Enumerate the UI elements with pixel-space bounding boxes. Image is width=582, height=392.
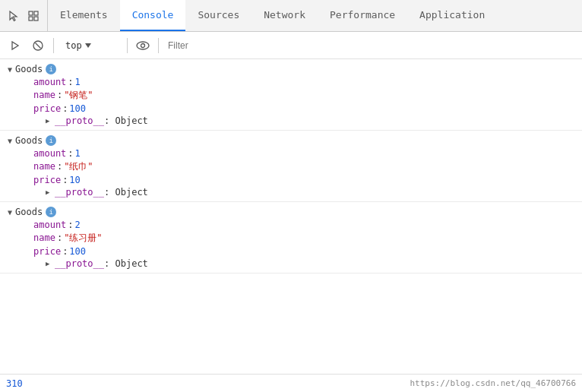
eye-button[interactable] <box>134 36 152 55</box>
tab-network[interactable]: Network <box>251 0 318 31</box>
goods-object-3: Goods i amount : 2 name : "练习册" price : … <box>0 202 582 273</box>
svg-line-6 <box>36 43 41 48</box>
tab-console[interactable]: Console <box>120 0 186 31</box>
prop-name-1: name : "钢笔" <box>27 88 582 103</box>
goods-object-2: Goods i amount : 1 name : "纸巾" price : 1… <box>0 131 582 202</box>
toolbar-divider3 <box>158 38 159 53</box>
console-content: Goods i amount : 1 name : "钢笔" price : 1… <box>0 59 582 374</box>
goods-label-1: Goods <box>15 64 43 74</box>
goods-header-1[interactable]: Goods i <box>0 62 582 76</box>
goods-props-3: amount : 2 name : "练习册" price : 100 ▶ __… <box>0 219 582 270</box>
cursor-icon[interactable] <box>6 8 21 24</box>
goods-props-2: amount : 1 name : "纸巾" price : 10 ▶ __pr… <box>0 147 582 198</box>
proto-value-3: : Object <box>104 258 148 269</box>
svg-marker-4 <box>12 42 18 49</box>
context-selector[interactable]: top <box>60 38 121 53</box>
run-button[interactable] <box>6 36 24 55</box>
tab-elements[interactable]: Elements <box>48 0 120 31</box>
svg-rect-0 <box>29 11 33 15</box>
proto-value-1: : Object <box>104 115 148 126</box>
expand-triangle-1[interactable] <box>6 65 14 73</box>
tab-bar: Elements Console Sources Network Perform… <box>0 0 582 32</box>
proto-row-2[interactable]: ▶ __proto__ : Object <box>27 186 582 198</box>
tab-performance[interactable]: Performance <box>318 0 407 31</box>
status-bar: 310 https://blog.csdn.net/qq_46700766 <box>0 374 582 392</box>
tab-sources[interactable]: Sources <box>185 0 251 31</box>
toolbar-divider2 <box>127 38 128 53</box>
proto-label-2: __proto__ <box>55 187 104 198</box>
goods-header-2[interactable]: Goods i <box>0 134 582 147</box>
proto-label-3: __proto__ <box>55 258 104 269</box>
proto-row-3[interactable]: ▶ __proto__ : Object <box>27 258 582 270</box>
tab-application[interactable]: Application <box>407 0 497 31</box>
info-icon-3[interactable]: i <box>46 207 56 217</box>
svg-rect-1 <box>34 11 38 15</box>
prop-amount-2: amount : 1 <box>27 147 582 160</box>
clear-button[interactable] <box>29 36 47 55</box>
expand-triangle-3[interactable] <box>6 208 14 216</box>
svg-point-9 <box>141 43 145 47</box>
info-icon-2[interactable]: i <box>46 135 56 146</box>
devtools-icons <box>0 0 48 31</box>
toolbar-divider <box>53 38 54 53</box>
output-number: 310 <box>6 378 23 389</box>
proto-triangle-2: ▶ <box>46 188 53 196</box>
prop-price-3: price : 100 <box>27 245 582 258</box>
info-icon-1[interactable]: i <box>46 64 56 74</box>
proto-triangle-3: ▶ <box>46 260 53 267</box>
svg-rect-3 <box>34 17 38 21</box>
prop-amount-3: amount : 2 <box>27 219 582 231</box>
goods-header-3[interactable]: Goods i <box>0 205 582 219</box>
svg-rect-2 <box>29 17 33 21</box>
status-url: https://blog.csdn.net/qq_46700766 <box>410 378 576 388</box>
svg-point-8 <box>137 42 149 49</box>
prop-price-1: price : 100 <box>27 103 582 115</box>
prop-amount-1: amount : 1 <box>27 76 582 88</box>
goods-object-1: Goods i amount : 1 name : "钢笔" price : 1… <box>0 59 582 131</box>
filter-input[interactable] <box>165 39 576 52</box>
goods-label-3: Goods <box>15 207 43 217</box>
proto-row-1[interactable]: ▶ __proto__ : Object <box>27 115 582 127</box>
goods-label-2: Goods <box>15 135 43 146</box>
proto-value-2: : Object <box>104 187 148 198</box>
goods-props-1: amount : 1 name : "钢笔" price : 100 ▶ __p… <box>0 76 582 127</box>
prop-name-2: name : "纸巾" <box>27 160 582 174</box>
context-label: top <box>65 40 82 51</box>
proto-triangle-1: ▶ <box>46 117 53 125</box>
prop-price-2: price : 10 <box>27 174 582 186</box>
proto-label-1: __proto__ <box>55 115 104 126</box>
box-icon[interactable] <box>26 8 41 24</box>
prop-name-3: name : "练习册" <box>27 231 582 245</box>
svg-marker-7 <box>85 43 91 48</box>
expand-triangle-2[interactable] <box>6 137 14 144</box>
console-toolbar: top <box>0 32 582 59</box>
